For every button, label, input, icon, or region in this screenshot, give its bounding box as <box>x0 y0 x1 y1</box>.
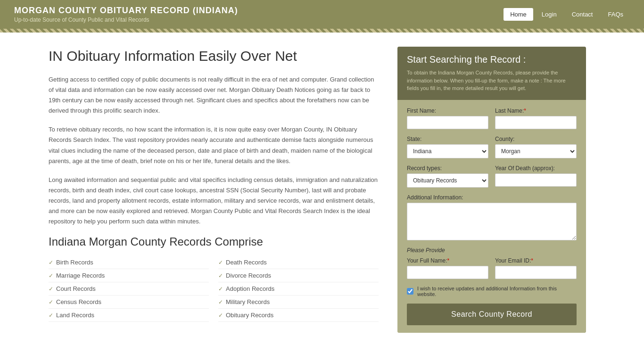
first-name-label: First Name: <box>407 107 488 114</box>
nav-contact[interactable]: Contact <box>565 8 600 21</box>
header-branding: MORGAN COUNTY OBITUARY RECORD (INDIANA) … <box>14 6 238 23</box>
record-type-year-row: Record types: Obituary RecordsBirth Reco… <box>407 165 577 188</box>
state-county-row: State: Indiana County: Morgan <box>407 136 577 158</box>
record-type-group: Record types: Obituary RecordsBirth Reco… <box>407 165 488 188</box>
additional-info-group: Additional Information: <box>407 194 577 240</box>
list-item: ✓Court Records <box>49 282 209 296</box>
check-icon: ✓ <box>49 299 53 305</box>
records-col-right: ✓Death Records ✓Divorce Records ✓Adoptio… <box>218 256 379 322</box>
first-name-input[interactable] <box>407 116 488 129</box>
full-name-group: Your Full Name:* <box>407 257 488 279</box>
list-item: ✓Land Records <box>49 309 209 322</box>
nav-home[interactable]: Home <box>504 8 533 21</box>
list-item: ✓Adoption Records <box>218 282 379 296</box>
subscribe-checkbox[interactable] <box>407 288 413 295</box>
state-label: State: <box>407 136 488 142</box>
additional-info-label: Additional Information: <box>407 194 577 201</box>
list-item: ✓Marriage Records <box>49 269 209 282</box>
checkbox-label: I wish to receive updates and additional… <box>417 286 577 297</box>
year-of-death-input[interactable] <box>495 173 577 187</box>
list-item: ✓Birth Records <box>49 256 209 269</box>
year-of-death-group: Year Of Death (approx): <box>495 165 577 188</box>
last-name-label: Last Name:* <box>495 107 577 114</box>
list-item: ✓Military Records <box>218 296 379 309</box>
county-select[interactable]: Morgan <box>495 144 577 158</box>
records-list: ✓Birth Records ✓Marriage Records ✓Court … <box>49 256 379 322</box>
state-select[interactable]: Indiana <box>407 144 488 158</box>
panel-heading: Start Searching the Record : <box>407 54 577 65</box>
panel-header: Start Searching the Record : To obtain t… <box>397 47 586 100</box>
check-icon: ✓ <box>218 272 223 279</box>
check-icon: ✓ <box>218 259 223 266</box>
site-subtitle: Up-to-date Source of County Public and V… <box>14 16 238 23</box>
record-type-label: Record types: <box>407 165 488 172</box>
list-item: ✓Obituary Records <box>218 309 379 322</box>
left-content: IN Obituary Information Easily Over Net … <box>49 47 379 333</box>
email-group: Your Email ID:* <box>495 257 577 279</box>
search-button[interactable]: Search County Record <box>407 304 577 325</box>
checkbox-row: I wish to receive updates and additional… <box>407 286 577 297</box>
state-group: State: Indiana <box>407 136 488 158</box>
check-icon: ✓ <box>49 312 53 319</box>
contact-row: Your Full Name:* Your Email ID:* <box>407 257 577 279</box>
section-heading: Indiana Morgan County Records Comprise <box>49 235 379 248</box>
nav-login[interactable]: Login <box>535 8 563 21</box>
email-label: Your Email ID:* <box>495 257 577 264</box>
full-name-label: Your Full Name:* <box>407 257 488 264</box>
last-name-input[interactable] <box>495 116 577 129</box>
email-input[interactable] <box>495 266 577 279</box>
check-icon: ✓ <box>218 299 223 305</box>
paragraph-1: Getting access to certified copy of publ… <box>49 74 379 116</box>
list-item: ✓Census Records <box>49 296 209 309</box>
main-nav: Home Login Contact FAQs <box>504 8 630 21</box>
county-group: County: Morgan <box>495 136 577 158</box>
check-icon: ✓ <box>49 272 53 279</box>
list-item: ✓Divorce Records <box>218 269 379 282</box>
main-container: IN Obituary Information Easily Over Net … <box>39 33 605 347</box>
name-row: First Name: Last Name:* <box>407 107 577 129</box>
decorative-border <box>0 29 644 33</box>
search-panel: Start Searching the Record : To obtain t… <box>397 47 586 333</box>
check-icon: ✓ <box>218 312 223 319</box>
full-name-input[interactable] <box>407 266 488 279</box>
site-header: MORGAN COUNTY OBITUARY RECORD (INDIANA) … <box>0 0 644 29</box>
first-name-group: First Name: <box>407 107 488 129</box>
panel-subtext: To obtain the Indiana Morgan County Reco… <box>407 69 577 92</box>
list-item: ✓Death Records <box>218 256 379 269</box>
nav-faqs[interactable]: FAQs <box>601 8 630 21</box>
additional-info-textarea[interactable] <box>407 203 577 240</box>
check-icon: ✓ <box>218 286 223 292</box>
county-label: County: <box>495 136 577 142</box>
site-title: MORGAN COUNTY OBITUARY RECORD (INDIANA) <box>14 6 238 16</box>
year-of-death-label: Year Of Death (approx): <box>495 165 577 172</box>
check-icon: ✓ <box>49 286 53 292</box>
please-provide-label: Please Provide <box>407 247 577 254</box>
main-heading: IN Obituary Information Easily Over Net <box>49 47 379 65</box>
record-type-select[interactable]: Obituary RecordsBirth RecordsDeath Recor… <box>407 173 488 188</box>
paragraph-2: To retrieve obituary records, no how sca… <box>49 124 379 166</box>
last-name-group: Last Name:* <box>495 107 577 129</box>
check-icon: ✓ <box>49 259 53 266</box>
paragraph-3: Long awaited information and sequential … <box>49 175 379 227</box>
panel-body: First Name: Last Name:* State: Indiana <box>397 100 586 333</box>
records-col-left: ✓Birth Records ✓Marriage Records ✓Court … <box>49 256 209 322</box>
